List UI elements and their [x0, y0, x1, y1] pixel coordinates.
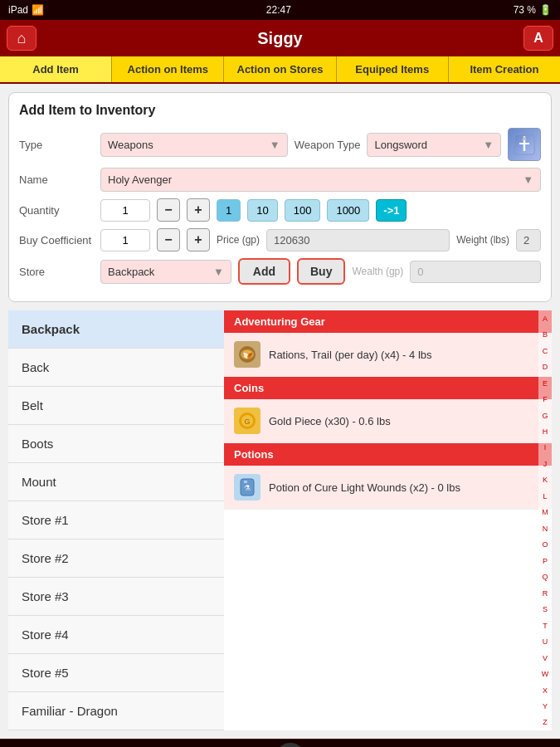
alpha-S[interactable]: S — [538, 601, 552, 617]
buy-coefficient-row: Buy Coefficient − + Price (gp) 120630 We… — [19, 228, 541, 251]
coeff-minus-button[interactable]: − — [157, 228, 180, 251]
alpha-O[interactable]: O — [538, 537, 552, 553]
battery-label: 73 % — [514, 4, 536, 16]
buy-coefficient-label: Buy Coefficient — [19, 234, 94, 247]
sidebar-item-belt[interactable]: Belt — [8, 387, 224, 425]
sidebar-item-store4[interactable]: Store #4 — [8, 616, 224, 654]
alpha-G[interactable]: G — [538, 408, 552, 423]
tab-bar: Add Item Action on Items Action on Store… — [0, 56, 560, 84]
type-row: Type Weapons ▼ Weapon Type Longsword ▼ — [19, 128, 541, 161]
tab-add-item[interactable]: Add Item — [0, 56, 112, 82]
svg-text:⚗: ⚗ — [244, 484, 251, 492]
alpha-R[interactable]: R — [538, 585, 552, 601]
type-dropdown-arrow: ▼ — [270, 139, 280, 151]
sidebar-item-store5[interactable]: Store #5 — [8, 654, 224, 692]
alpha-W[interactable]: W — [538, 666, 552, 681]
wealth-label: Wealth (gp) — [352, 266, 403, 277]
alpha-K[interactable]: K — [538, 472, 552, 488]
alpha-E[interactable]: E — [538, 375, 552, 391]
quantity-input[interactable] — [100, 199, 150, 222]
tab-equiped-items[interactable]: Equiped Items — [337, 56, 449, 82]
sidebar-item-store1[interactable]: Store #1 — [8, 501, 224, 540]
qty-preset-1[interactable]: 1 — [217, 199, 241, 222]
alpha-J[interactable]: J — [538, 456, 552, 471]
arrow-button[interactable]: ->1 — [376, 199, 407, 222]
qty-preset-100[interactable]: 100 — [285, 199, 321, 222]
alpha-C[interactable]: C — [538, 343, 552, 359]
qty-preset-10[interactable]: 10 — [247, 199, 277, 222]
price-value: 120630 — [266, 229, 450, 251]
sidebar-item-boots[interactable]: Boots — [8, 425, 224, 463]
sidebar-item-back[interactable]: Back — [8, 349, 224, 387]
alpha-N[interactable]: N — [538, 520, 552, 536]
section-header-adventuring-gear: Adventuring Gear — [224, 310, 552, 333]
two-col-layout: Backpack Back Belt Boots Mount Store #1 … — [8, 310, 552, 730]
tab-action-stores[interactable]: Action on Stores — [224, 56, 336, 82]
type-select[interactable]: Weapons ▼ — [100, 133, 288, 157]
weapon-type-label: Weapon Type — [295, 139, 361, 151]
home-button[interactable]: ⌂ — [7, 26, 37, 51]
wealth-value: 0 — [410, 261, 541, 283]
battery-icon: 🔋 — [539, 4, 552, 16]
alpha-F[interactable]: F — [538, 391, 552, 407]
inventory-item-gold[interactable]: G Gold Piece (x30) - 0.6 lbs — [224, 399, 552, 443]
alpha-X[interactable]: X — [538, 682, 552, 698]
alpha-B[interactable]: B — [538, 326, 552, 342]
alpha-U[interactable]: U — [538, 633, 552, 649]
alpha-Y[interactable]: Y — [538, 698, 552, 714]
alpha-P[interactable]: P — [538, 553, 552, 569]
name-label: Name — [19, 173, 94, 186]
alpha-T[interactable]: T — [538, 618, 552, 633]
add-item-form: Add Item to Inventory Type Weapons ▼ Wea… — [8, 92, 552, 302]
svg-rect-11 — [244, 481, 247, 483]
time-label: 22:47 — [266, 4, 291, 16]
alpha-L[interactable]: L — [538, 488, 552, 504]
buy-coefficient-input[interactable] — [100, 229, 150, 251]
price-label: Price (gp) — [217, 234, 260, 246]
status-left: iPad 📶 — [8, 4, 44, 16]
weapon-type-select[interactable]: Longsword ▼ — [367, 133, 501, 157]
device-label: iPad — [8, 4, 28, 16]
app-title: Siggy — [257, 29, 302, 48]
coeff-plus-button[interactable]: + — [187, 228, 210, 251]
sidebar-item-store3[interactable]: Store #3 — [8, 578, 224, 616]
rations-text: Rations, Trail (per day) (x4) - 4 lbs — [269, 349, 432, 361]
alpha-V[interactable]: V — [538, 650, 552, 666]
tab-item-creation[interactable]: Item Creation — [449, 56, 560, 82]
alpha-index: A B C D E F G H I J K L M N O P Q R S T — [538, 310, 552, 730]
add-button[interactable]: Add — [238, 258, 290, 285]
weapon-type-arrow: ▼ — [483, 139, 494, 151]
buy-button[interactable]: Buy — [297, 258, 345, 285]
inventory-panel: Adventuring Gear 🍞 Rations, Trail (per d… — [224, 310, 552, 730]
alpha-D[interactable]: D — [538, 359, 552, 374]
sidebar-item-mount[interactable]: Mount — [8, 463, 224, 501]
name-select[interactable]: Holy Avenger ▼ — [100, 168, 541, 192]
store-label: Store — [19, 266, 94, 278]
qty-preset-1000[interactable]: 1000 — [327, 199, 369, 222]
alpha-M[interactable]: M — [538, 505, 552, 520]
inventory-item-potion[interactable]: ⚗ Potion of Cure Light Wounds (x2) - 0 l… — [224, 466, 552, 510]
store-select[interactable]: Backpack ▼ — [100, 260, 231, 284]
weapon-type-group: Weapon Type Longsword ▼ — [295, 133, 501, 157]
quantity-minus-button[interactable]: − — [157, 198, 180, 222]
alpha-A[interactable]: A — [538, 310, 552, 326]
alpha-Q[interactable]: Q — [538, 569, 552, 585]
sidebar-item-store2[interactable]: Store #2 — [8, 540, 224, 578]
inventory-item-rations[interactable]: 🍞 Rations, Trail (per day) (x4) - 4 lbs — [224, 333, 552, 377]
potion-text: Potion of Cure Light Wounds (x2) - 0 lbs — [269, 481, 460, 494]
alpha-H[interactable]: H — [538, 423, 552, 439]
alpha-I[interactable]: I — [538, 440, 552, 456]
bottom-nav-inventory[interactable]: 🎒 Inventory — [267, 741, 314, 747]
weight-label: Weight (lbs) — [456, 234, 509, 246]
weapon-icon — [508, 128, 541, 161]
top-nav: ⌂ Siggy A — [0, 20, 560, 56]
sidebar-item-familiar[interactable]: Familiar - Dragon — [8, 692, 224, 730]
sidebar-item-backpack[interactable]: Backpack — [8, 310, 224, 349]
quantity-plus-button[interactable]: + — [187, 198, 210, 222]
user-button[interactable]: A — [523, 26, 553, 51]
name-row: Name Holy Avenger ▼ — [19, 168, 541, 192]
main-content: Add Item to Inventory Type Weapons ▼ Wea… — [0, 84, 560, 739]
alpha-Z[interactable]: Z — [538, 715, 552, 730]
quantity-label: Quantity — [19, 204, 94, 217]
tab-action-items[interactable]: Action on Items — [112, 56, 224, 82]
